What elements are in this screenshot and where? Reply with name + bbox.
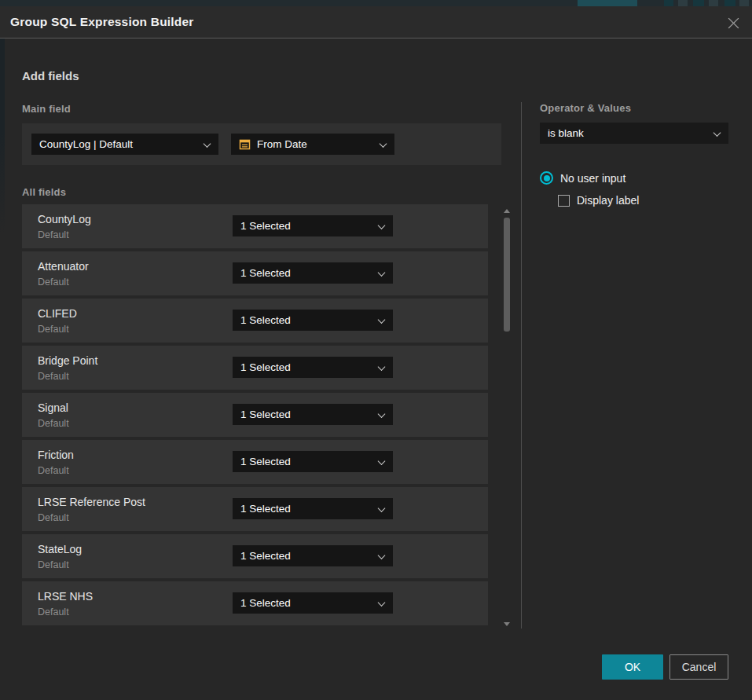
dialog-title: Group SQL Expression Builder	[0, 15, 194, 29]
close-button[interactable]	[725, 15, 741, 31]
chevron-down-icon	[378, 316, 386, 324]
close-icon	[727, 16, 740, 30]
main-field-container: CountyLog | Default From Date	[22, 123, 501, 165]
layer-select-value: CountyLog | Default	[39, 138, 133, 150]
background-fragment	[678, 0, 688, 6]
fields-scrollbar[interactable]	[504, 204, 510, 629]
field-name: LRSE NHS	[38, 590, 93, 603]
field-selected-dropdown-label: 1 Selected	[240, 267, 291, 279]
background-fragment	[709, 0, 718, 6]
operator-select[interactable]: is blank	[540, 123, 728, 144]
field-row: Bridge Point Default 1 Selected	[22, 346, 488, 390]
background-fragment	[578, 0, 637, 6]
chevron-down-icon	[378, 410, 386, 418]
field-selected-dropdown-label: 1 Selected	[240, 409, 291, 420]
field-selected-dropdown[interactable]: 1 Selected	[233, 404, 393, 425]
no-user-input-label: No user input	[560, 172, 625, 185]
main-field-label: Main field	[22, 103, 71, 115]
field-selected-dropdown[interactable]: 1 Selected	[233, 545, 393, 566]
chevron-down-icon	[378, 222, 386, 229]
cancel-button[interactable]: Cancel	[669, 654, 728, 680]
all-fields-list: CountyLog Default 1 Selected Attenuator …	[22, 204, 488, 629]
checkbox-icon[interactable]	[558, 195, 570, 207]
main-field-layer-select[interactable]: CountyLog | Default	[31, 134, 218, 155]
chevron-down-icon	[713, 129, 721, 137]
chevron-down-icon	[378, 552, 386, 559]
field-name: StateLog	[38, 543, 82, 555]
field-selected-dropdown[interactable]: 1 Selected	[233, 215, 393, 236]
field-row: Signal Default 1 Selected	[22, 393, 488, 437]
field-row: StateLog Default 1 Selected	[22, 534, 488, 578]
field-name: Signal	[38, 401, 68, 414]
field-name: CLIFED	[38, 307, 77, 320]
field-row: LRSE Reference Post Default 1 Selected	[22, 487, 488, 531]
field-selected-dropdown-label: 1 Selected	[240, 456, 291, 467]
field-row: CLIFED Default 1 Selected	[22, 299, 488, 343]
field-name: Attenuator	[38, 260, 89, 273]
background-fragment	[693, 0, 704, 6]
field-selected-dropdown[interactable]: 1 Selected	[233, 310, 393, 331]
field-subtitle: Default	[38, 277, 69, 288]
operator-values-label: Operator & Values	[540, 102, 631, 114]
field-row: Friction Default 1 Selected	[22, 440, 488, 484]
field-subtitle: Default	[38, 512, 69, 523]
left-edge-shadow	[0, 6, 5, 234]
field-row: LRSE NHS Default 1 Selected	[22, 581, 488, 625]
display-label-label: Display label	[577, 194, 639, 207]
dialog-header: Group SQL Expression Builder	[0, 6, 752, 38]
chevron-down-icon	[378, 363, 386, 371]
field-subtitle: Default	[38, 324, 69, 335]
field-selected-dropdown-label: 1 Selected	[240, 550, 291, 562]
field-name: CountyLog	[38, 213, 91, 225]
field-name: LRSE Reference Post	[38, 496, 145, 508]
scrollbar-thumb[interactable]	[504, 218, 510, 332]
ok-button[interactable]: OK	[602, 654, 663, 680]
all-fields-label: All fields	[22, 186, 66, 198]
background-fragment	[664, 0, 673, 6]
chevron-down-icon	[380, 140, 387, 148]
field-subtitle: Default	[38, 371, 69, 382]
field-select-value: From Date	[257, 138, 307, 150]
no-user-input-option[interactable]: No user input	[540, 171, 625, 185]
chevron-down-icon	[378, 457, 386, 465]
field-selected-dropdown[interactable]: 1 Selected	[233, 498, 393, 519]
operator-select-value: is blank	[548, 127, 584, 139]
field-name: Friction	[38, 449, 74, 461]
field-subtitle: Default	[38, 418, 69, 429]
field-selected-dropdown[interactable]: 1 Selected	[233, 357, 393, 378]
field-subtitle: Default	[38, 229, 69, 240]
field-subtitle: Default	[38, 607, 69, 618]
field-selected-dropdown-label: 1 Selected	[240, 597, 291, 609]
add-fields-heading: Add fields	[22, 69, 79, 82]
field-selected-dropdown[interactable]: 1 Selected	[233, 262, 393, 284]
field-selected-dropdown-label: 1 Selected	[240, 503, 291, 515]
background-fragment	[724, 0, 735, 6]
field-row: CountyLog Default 1 Selected	[22, 204, 488, 248]
field-selected-dropdown-label: 1 Selected	[240, 220, 291, 232]
chevron-down-icon	[378, 269, 386, 277]
radio-button-icon[interactable]	[540, 171, 553, 185]
chevron-down-icon	[204, 140, 211, 148]
field-name: Bridge Point	[38, 354, 97, 367]
calendar-icon	[239, 138, 251, 150]
chevron-down-icon	[378, 504, 386, 512]
scroll-up-arrow-icon[interactable]	[504, 209, 510, 213]
field-selected-dropdown[interactable]: 1 Selected	[233, 592, 393, 614]
scroll-down-arrow-icon[interactable]	[504, 622, 510, 626]
panel-divider	[521, 102, 522, 629]
field-subtitle: Default	[38, 465, 69, 476]
field-subtitle: Default	[38, 559, 69, 570]
chevron-down-icon	[378, 599, 386, 607]
field-selected-dropdown-label: 1 Selected	[240, 361, 291, 373]
dialog-footer: OK Cancel	[0, 654, 752, 680]
field-selected-dropdown-label: 1 Selected	[240, 314, 291, 326]
field-selected-dropdown[interactable]: 1 Selected	[233, 451, 393, 472]
main-field-field-select[interactable]: From Date	[231, 134, 394, 155]
background-fragment	[739, 0, 749, 6]
display-label-option[interactable]: Display label	[558, 194, 639, 207]
field-row: Attenuator Default 1 Selected	[22, 251, 488, 295]
background-app-toolbar	[0, 0, 752, 6]
group-sql-expression-builder-dialog: Group SQL Expression Builder Add fields …	[0, 6, 752, 700]
